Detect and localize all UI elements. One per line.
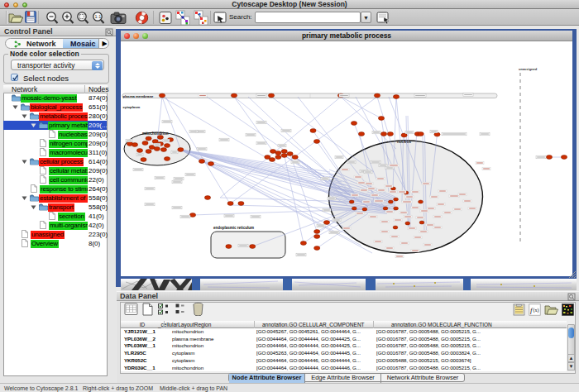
svg-text:cytoplasm: cytoplasm [123, 105, 141, 109]
svg-text:unassigned: unassigned [519, 67, 538, 71]
svg-text:1:1: 1:1 [95, 14, 102, 19]
svg-text:(x): (x) [534, 308, 539, 313]
svg-text:endoplasmic reticulum: endoplasmic reticulum [213, 226, 254, 230]
svg-text:nucleus: nucleus [397, 140, 412, 144]
svg-text:plasma membrane: plasma membrane [123, 94, 154, 98]
svg-text:mitochondrion: mitochondrion [142, 131, 169, 136]
